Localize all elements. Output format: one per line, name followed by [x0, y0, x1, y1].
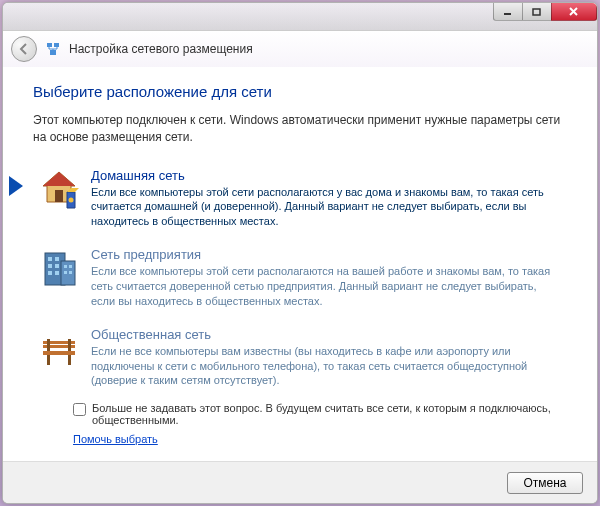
svg-rect-4: [47, 43, 52, 47]
option-public-desc: Если не все компьютеры вам известны (вы …: [91, 344, 563, 389]
svg-rect-33: [68, 339, 71, 351]
svg-marker-12: [43, 172, 75, 186]
option-public-title: Общественная сеть: [91, 327, 563, 342]
svg-rect-16: [61, 261, 75, 285]
help-choose-link[interactable]: Помочь выбрать: [73, 433, 158, 445]
option-home-title: Домашняя сеть: [91, 168, 563, 183]
dont-ask-again-row[interactable]: Больше не задавать этот вопрос. В будуще…: [73, 402, 567, 426]
svg-rect-26: [69, 271, 72, 274]
intro-text: Этот компьютер подключен к сети. Windows…: [33, 112, 567, 146]
svg-rect-24: [69, 265, 72, 268]
content-area: Выберите расположение для сети Этот комп…: [3, 67, 597, 461]
page-heading: Выберите расположение для сети: [33, 83, 567, 100]
network-icon: [45, 41, 61, 57]
svg-rect-22: [55, 271, 59, 275]
option-work-network[interactable]: Сеть предприятия Если все компьютеры это…: [33, 241, 567, 315]
close-button[interactable]: [551, 3, 597, 21]
nav-bar: Настройка сетевого размещения: [3, 31, 597, 67]
dont-ask-checkbox[interactable]: [73, 403, 86, 416]
svg-rect-31: [68, 355, 71, 365]
svg-rect-17: [48, 257, 52, 261]
svg-rect-30: [47, 355, 50, 365]
svg-rect-1: [533, 9, 540, 15]
dialog-title: Настройка сетевого размещения: [69, 42, 253, 56]
dont-ask-label: Больше не задавать этот вопрос. В будуще…: [92, 402, 567, 426]
cancel-button[interactable]: Отмена: [507, 472, 583, 494]
house-icon: [37, 168, 81, 212]
minimize-button[interactable]: [493, 3, 523, 21]
svg-rect-29: [43, 351, 75, 355]
network-location-dialog: Настройка сетевого размещения Выберите р…: [2, 2, 598, 504]
svg-rect-21: [48, 271, 52, 275]
option-home-desc: Если все компьютеры этой сети располагаю…: [91, 185, 563, 230]
svg-rect-23: [64, 265, 67, 268]
option-public-network[interactable]: Общественная сеть Если не все компьютеры…: [33, 321, 567, 395]
park-bench-icon: [37, 327, 81, 371]
option-work-title: Сеть предприятия: [91, 247, 563, 262]
svg-rect-6: [50, 50, 56, 55]
svg-rect-32: [47, 339, 50, 351]
svg-point-14: [69, 197, 74, 202]
maximize-button[interactable]: [522, 3, 552, 21]
footer: Отмена: [3, 461, 597, 503]
arrow-left-icon: [17, 42, 31, 56]
option-home-network[interactable]: Домашняя сеть Если все компьютеры этой с…: [33, 162, 567, 236]
svg-rect-19: [48, 264, 52, 268]
office-building-icon: [37, 247, 81, 291]
back-button[interactable]: [11, 36, 37, 62]
svg-rect-5: [54, 43, 59, 47]
svg-rect-13: [55, 190, 63, 202]
svg-rect-20: [55, 264, 59, 268]
svg-rect-25: [64, 271, 67, 274]
titlebar: [3, 3, 597, 31]
option-work-desc: Если все компьютеры этой сети располагаю…: [91, 264, 563, 309]
svg-rect-18: [55, 257, 59, 261]
